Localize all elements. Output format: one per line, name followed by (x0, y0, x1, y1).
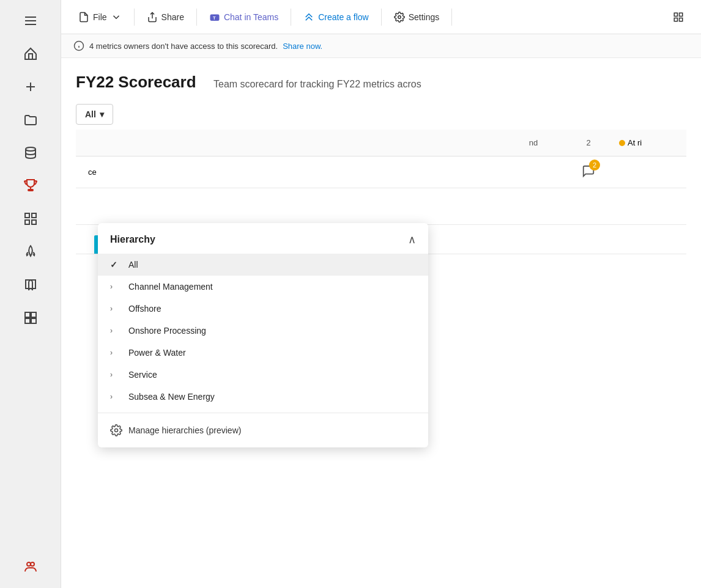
file-button[interactable]: File (71, 7, 129, 28)
check-icon: ✓ (110, 260, 121, 270)
notification-text: 4 metrics owners don't have access to th… (89, 42, 278, 51)
dropdown-header: Hierarchy ∧ (98, 223, 428, 254)
hierarchy-item-service[interactable]: › Service (98, 364, 428, 386)
sidebar-item-database[interactable] (13, 138, 48, 167)
filter-label: All (85, 109, 96, 119)
comment-icon-wrap: 2 (582, 164, 595, 178)
svg-rect-24 (674, 18, 677, 21)
svg-rect-13 (31, 312, 36, 317)
file-label: File (93, 12, 107, 22)
toolbar-divider-3 (291, 9, 291, 26)
svg-text:T: T (213, 15, 216, 20)
svg-point-17 (31, 562, 34, 566)
svg-rect-9 (32, 213, 36, 218)
hierarchy-item-onshore-label: Onshore Processing (128, 326, 206, 336)
all-filter-button[interactable]: All ▾ (76, 104, 113, 125)
hierarchy-item-power[interactable]: › Power & Water (98, 342, 428, 364)
scorecard-header: FY22 Scorecard Team scorecard for tracki… (76, 73, 686, 92)
hierarchy-item-all-label: All (128, 260, 138, 270)
hierarchy-item-offshore[interactable]: › Offshore (98, 298, 428, 320)
hierarchy-dropdown: Hierarchy ∧ ✓ All › Channel Management ›… (98, 223, 428, 447)
sidebar-item-layers[interactable] (13, 303, 48, 333)
col-nd: nd (503, 138, 564, 147)
svg-rect-11 (32, 220, 36, 224)
svg-point-29 (115, 429, 118, 432)
svg-rect-25 (680, 18, 683, 21)
chevron-down-icon: ▾ (100, 109, 104, 119)
hierarchy-item-subsea-label: Subsea & New Energy (128, 392, 215, 402)
hierarchy-item-channel-label: Channel Management (128, 282, 213, 292)
col-count: 2 (564, 138, 613, 147)
filter-bar: All ▾ (76, 104, 686, 125)
column-header-row: nd 2 At ri (76, 130, 686, 156)
toolbar-divider-2 (196, 9, 197, 26)
dropdown-close-icon[interactable]: ∧ (408, 233, 416, 246)
svg-rect-22 (674, 13, 677, 16)
svg-rect-12 (25, 312, 30, 317)
toolbar-divider-4 (381, 9, 382, 26)
dropdown-divider (98, 413, 428, 413)
sidebar-item-menu[interactable] (13, 6, 48, 35)
teams-label: Chat in Teams (224, 12, 278, 22)
sidebar-item-rocket[interactable] (13, 237, 48, 266)
flow-button[interactable]: Create a flow (296, 7, 376, 28)
col-at-risk: At ri (613, 138, 686, 147)
sidebar-item-grid[interactable] (13, 204, 48, 233)
share-now-link[interactable]: Share now. (283, 42, 322, 51)
svg-rect-8 (25, 213, 29, 218)
scorecard-title: FY22 Scorecard (76, 73, 196, 91)
sidebar-item-people[interactable] (13, 553, 48, 582)
settings-button[interactable]: Settings (387, 7, 447, 28)
hierarchy-title: Hierarchy (110, 234, 155, 245)
at-risk-label: At ri (628, 138, 642, 147)
share-button[interactable]: Share (139, 7, 191, 28)
manage-hierarchies-label: Manage hierarchies (preview) (128, 425, 241, 435)
hierarchy-item-channel[interactable]: › Channel Management (98, 276, 428, 298)
chevron-right-icon: › (110, 326, 121, 335)
content-area: FY22 Scorecard Team scorecard for tracki… (61, 58, 701, 588)
chevron-right-icon: › (110, 304, 121, 313)
gear-icon (110, 424, 122, 436)
chevron-right-icon: › (110, 370, 121, 379)
toolbar-divider-1 (134, 9, 135, 26)
comment-badge: 2 (589, 160, 600, 171)
hierarchy-item-onshore[interactable]: › Onshore Processing (98, 320, 428, 342)
svg-rect-10 (25, 220, 29, 224)
row-suffix: ce (76, 167, 564, 177)
manage-hierarchies-item[interactable]: Manage hierarchies (preview) (98, 418, 428, 443)
sidebar (0, 0, 61, 588)
teams-button[interactable]: T Chat in Teams (202, 7, 286, 28)
view-toggle-button[interactable] (666, 7, 691, 28)
svg-rect-23 (680, 13, 683, 16)
scorecard-subtitle: Team scorecard for tracking FY22 metrics… (213, 79, 421, 89)
chevron-right-icon: › (110, 282, 121, 291)
at-risk-dot (619, 140, 625, 146)
chevron-right-icon: › (110, 348, 121, 357)
share-label: Share (161, 12, 184, 22)
main-content: File Share T Chat in Teams Create a flow… (61, 0, 701, 588)
table-row-2 (76, 188, 686, 225)
row-comment-cell: 2 (564, 164, 613, 180)
hierarchy-item-service-label: Service (128, 370, 157, 380)
sidebar-item-trophy[interactable] (13, 171, 48, 200)
svg-rect-7 (28, 189, 33, 191)
svg-rect-14 (25, 318, 30, 323)
flow-label: Create a flow (318, 12, 368, 22)
hierarchy-item-power-label: Power & Water (128, 348, 186, 358)
sidebar-item-book[interactable] (13, 270, 48, 300)
sidebar-item-create[interactable] (13, 72, 48, 101)
hierarchy-item-offshore-label: Offshore (128, 304, 161, 314)
notification-bar: 4 metrics owners don't have access to th… (61, 34, 701, 58)
sidebar-item-home[interactable] (13, 39, 48, 68)
svg-point-5 (26, 147, 35, 151)
chevron-right-icon: › (110, 392, 121, 401)
settings-label: Settings (409, 12, 440, 22)
svg-rect-15 (31, 318, 36, 323)
sidebar-item-folder[interactable] (13, 105, 48, 134)
svg-point-21 (398, 15, 401, 18)
hierarchy-item-subsea[interactable]: › Subsea & New Energy (98, 386, 428, 408)
toolbar-divider-5 (451, 9, 452, 26)
info-icon (73, 40, 84, 51)
hierarchy-item-all[interactable]: ✓ All (98, 254, 428, 276)
table-row: ce 2 (76, 156, 686, 188)
